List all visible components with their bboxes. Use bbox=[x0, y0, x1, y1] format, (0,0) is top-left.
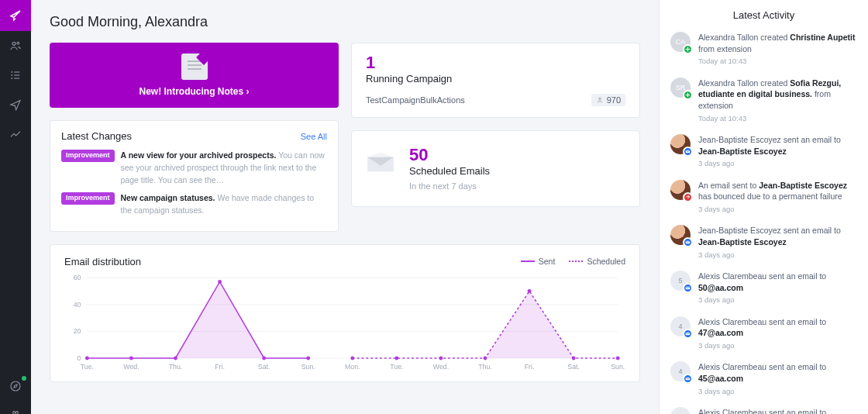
svg-point-44 bbox=[394, 356, 398, 360]
activity-item[interactable]: 4 Alexis Clarembeau sent an email to 49@… bbox=[670, 407, 857, 414]
activity-avatar: 4 bbox=[670, 361, 691, 381]
change-tag: Improvement bbox=[61, 192, 115, 205]
activity-time: 3 days ago bbox=[698, 250, 857, 260]
scheduled-count: 50 bbox=[409, 147, 490, 164]
activity-avatar: SR bbox=[670, 78, 691, 98]
scheduled-sub: In the next 7 days bbox=[409, 181, 490, 191]
svg-point-48 bbox=[572, 356, 576, 360]
activity-text: An email sent to Jean-Baptiste Escoyez h… bbox=[698, 180, 857, 215]
activity-text: Alexandra Tallon created Christine Aupet… bbox=[698, 32, 857, 67]
email-distribution-chart: 0204060Tue.Wed.Thu.Fri.Sat.Sun.Mon.Tue.W… bbox=[64, 272, 625, 373]
activity-time: Today at 10:43 bbox=[698, 56, 857, 66]
svg-text:Mon.: Mon. bbox=[345, 362, 360, 370]
activity-badge-icon bbox=[683, 237, 693, 247]
chart-title: Email distribution bbox=[64, 256, 141, 267]
activity-badge-icon bbox=[683, 283, 693, 293]
change-tag: Improvement bbox=[61, 150, 115, 162]
running-count: 1 bbox=[366, 54, 625, 71]
svg-point-46 bbox=[484, 356, 487, 360]
latest-changes-title: Latest Changes bbox=[61, 130, 132, 142]
activity-text: Alexis Clarembeau sent an email to 47@aa… bbox=[698, 316, 857, 351]
svg-point-42 bbox=[306, 356, 310, 360]
activity-item[interactable]: SR Alexandra Tallon created Sofia Rezgui… bbox=[670, 78, 857, 123]
activity-text: Jean-Baptiste Escoyez sent an email to J… bbox=[698, 225, 857, 260]
nav-send-icon[interactable] bbox=[0, 90, 31, 119]
nav-people-icon[interactable] bbox=[0, 31, 31, 60]
svg-text:Tue.: Tue. bbox=[81, 362, 94, 370]
svg-text:40: 40 bbox=[74, 301, 81, 309]
activity-badge-icon bbox=[683, 90, 693, 100]
svg-text:Sun.: Sun. bbox=[301, 362, 315, 370]
svg-text:Tue.: Tue. bbox=[390, 362, 403, 370]
email-distribution-card: Email distribution Sent Scheduled 020406… bbox=[50, 244, 640, 382]
svg-point-5 bbox=[12, 72, 12, 73]
page-title: Good Morning, Alexandra bbox=[50, 14, 640, 30]
nav-gift-icon[interactable] bbox=[0, 401, 31, 414]
svg-point-49 bbox=[616, 356, 620, 360]
activity-avatar: CA bbox=[670, 32, 691, 52]
svg-text:Wed.: Wed. bbox=[433, 362, 449, 370]
latest-changes-card: Latest Changes See All Improvement A new… bbox=[50, 120, 339, 232]
note-icon bbox=[181, 53, 208, 80]
activity-time: Today at 10:43 bbox=[698, 113, 857, 123]
svg-point-45 bbox=[439, 356, 443, 360]
activity-item[interactable]: Jean-Baptiste Escoyez sent an email to J… bbox=[670, 134, 857, 169]
activity-text: Alexandra Tallon created Sofia Rezgui, e… bbox=[698, 78, 857, 123]
activity-avatar: 4 bbox=[670, 316, 691, 336]
svg-text:Wed.: Wed. bbox=[123, 362, 139, 370]
nav-list-icon[interactable] bbox=[0, 60, 31, 90]
campaign-prospects: 970 bbox=[591, 94, 625, 106]
svg-text:Fri.: Fri. bbox=[525, 362, 535, 370]
activity-avatar bbox=[670, 134, 691, 154]
notification-dot bbox=[22, 376, 26, 381]
svg-point-39 bbox=[174, 356, 177, 360]
svg-marker-9 bbox=[14, 385, 17, 388]
activity-text: Alexis Clarembeau sent an email to 49@aa… bbox=[698, 407, 857, 414]
activity-item[interactable]: 5 Alexis Clarembeau sent an email to 50@… bbox=[670, 271, 857, 305]
app-logo[interactable] bbox=[0, 0, 31, 31]
activity-item[interactable]: CA Alexandra Tallon created Christine Au… bbox=[670, 32, 857, 67]
svg-text:Thu.: Thu. bbox=[169, 362, 183, 370]
activity-badge-icon bbox=[683, 192, 693, 202]
svg-point-0 bbox=[12, 42, 16, 45]
activity-avatar bbox=[670, 180, 691, 200]
main-content: Good Morning, Alexandra New! Introducing… bbox=[31, 0, 659, 414]
chart-legend: Sent Scheduled bbox=[521, 257, 625, 266]
nav-rail: AT bbox=[0, 0, 31, 414]
running-campaign-card: 1 Running Campaign TestCampaignBulkActio… bbox=[351, 43, 640, 118]
see-all-link[interactable]: See All bbox=[301, 132, 327, 141]
notes-banner[interactable]: New! Introducing Notes › bbox=[50, 43, 339, 108]
activity-item[interactable]: 4 Alexis Clarembeau sent an email to 45@… bbox=[670, 361, 857, 396]
nav-chart-icon[interactable] bbox=[0, 119, 31, 149]
nav-compass-icon[interactable] bbox=[0, 371, 31, 401]
activity-text: Alexis Clarembeau sent an email to 45@aa… bbox=[698, 361, 857, 396]
activity-panel: Latest Activity CA Alexandra Tallon crea… bbox=[659, 0, 868, 414]
activity-avatar: 4 bbox=[670, 407, 691, 414]
scheduled-label: Scheduled Emails bbox=[409, 165, 490, 177]
svg-point-1 bbox=[17, 42, 19, 44]
svg-point-37 bbox=[85, 356, 89, 360]
activity-item[interactable]: Jean-Baptiste Escoyez sent an email to J… bbox=[670, 225, 857, 260]
activity-badge-icon bbox=[683, 374, 693, 384]
activity-item[interactable]: An email sent to Jean-Baptiste Escoyez h… bbox=[670, 180, 857, 215]
change-item[interactable]: Improvement A new view for your archived… bbox=[61, 150, 327, 186]
svg-text:0: 0 bbox=[78, 354, 81, 362]
running-label: Running Campaign bbox=[366, 73, 625, 85]
svg-point-40 bbox=[218, 280, 222, 284]
change-item[interactable]: Improvement New campaign statuses. We ha… bbox=[61, 192, 327, 217]
svg-text:Sun.: Sun. bbox=[611, 362, 625, 370]
activity-time: 3 days ago bbox=[698, 340, 857, 350]
envelope-icon bbox=[366, 151, 395, 173]
activity-time: 3 days ago bbox=[698, 295, 857, 305]
campaign-name[interactable]: TestCampaignBulkActions bbox=[366, 95, 465, 105]
activity-badge-icon bbox=[683, 147, 693, 157]
svg-point-47 bbox=[528, 289, 532, 293]
svg-point-7 bbox=[12, 78, 12, 79]
svg-text:Thu.: Thu. bbox=[478, 362, 492, 370]
svg-text:Sat.: Sat. bbox=[258, 362, 270, 370]
activity-title: Latest Activity bbox=[670, 9, 857, 21]
svg-text:Fri.: Fri. bbox=[215, 362, 225, 370]
activity-badge-icon bbox=[683, 329, 693, 339]
activity-item[interactable]: 4 Alexis Clarembeau sent an email to 47@… bbox=[670, 316, 857, 351]
svg-text:20: 20 bbox=[74, 327, 81, 335]
